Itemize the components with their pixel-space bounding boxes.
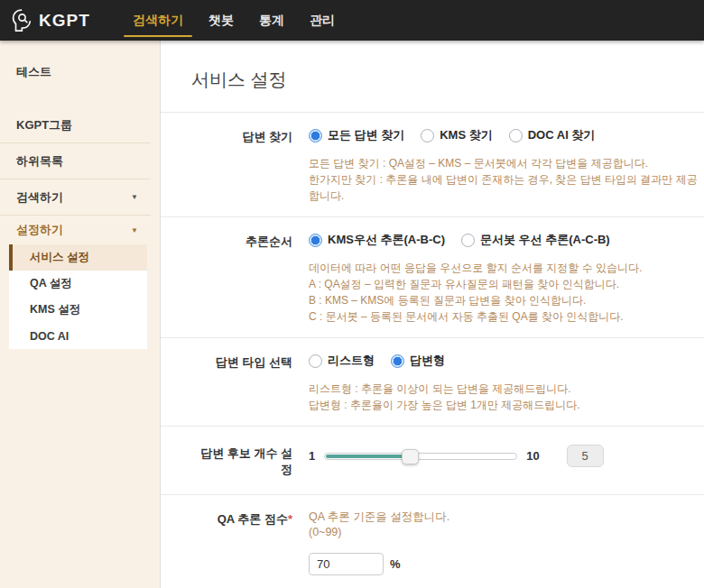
slider-fill bbox=[326, 455, 410, 458]
candidate-count-label: 답변 후보 개수 설정 bbox=[191, 441, 292, 478]
sidebar-item-settings[interactable]: 설정하기 ▼ bbox=[0, 216, 151, 244]
qa-score-description: QA 추론 기준을 설정합니다. (0~99) bbox=[309, 510, 449, 540]
sidebar: 테스트 KGPT그룹 하위목록 검색하기 ▼ 설정하기 ▼ 서비스 설정 QA … bbox=[0, 41, 161, 588]
inference-order-row: 추론순서 KMS우선 추론(A-B-C) 문서봇 우선 추론(A-C-B) 데이… bbox=[161, 216, 704, 337]
topnav-chatbot[interactable]: 챗봇 bbox=[196, 0, 246, 41]
topnav-stats[interactable]: 통계 bbox=[246, 0, 297, 41]
top-app-bar: KGPT 검색하기 챗봇 통계 관리 bbox=[0, 0, 704, 41]
candidate-count-row: 답변 후보 개수 설정 1 10 5 bbox=[161, 426, 704, 494]
radio-label: 답변형 bbox=[410, 353, 445, 369]
radio-unselected-icon bbox=[461, 234, 475, 247]
sidebar-item-sublist[interactable]: 하위목록 bbox=[0, 143, 151, 179]
submenu-item-service-settings[interactable]: 서비스 설정 bbox=[9, 244, 147, 271]
kgpt-logo-text: KGPT bbox=[39, 11, 90, 31]
answer-find-row: 답변 찾기 모든 답변 찾기 KMS 찾기 DOC AI 찾기 bbox=[161, 112, 704, 216]
qa-score-input[interactable] bbox=[309, 553, 384, 575]
main-content: 서비스 설정 답변 찾기 모든 답변 찾기 KMS 찾기 DOC AI 찾 bbox=[161, 41, 704, 588]
answer-find-label: 답변 찾기 bbox=[191, 127, 292, 204]
inference-order-label: 추론순서 bbox=[191, 232, 292, 325]
radio-selected-icon bbox=[309, 129, 322, 142]
radio-label: DOC AI 찾기 bbox=[528, 127, 596, 143]
submenu-item-doc-ai[interactable]: DOC AI bbox=[9, 323, 147, 349]
candidate-count-slider[interactable] bbox=[324, 453, 517, 460]
slider-min-label: 1 bbox=[309, 449, 315, 463]
required-asterisk: * bbox=[288, 512, 292, 526]
radio-label: KMS 찾기 bbox=[440, 127, 493, 143]
topnav-search[interactable]: 검색하기 bbox=[120, 0, 196, 41]
slider-handle[interactable] bbox=[402, 449, 419, 464]
radio-unselected-icon bbox=[421, 129, 434, 142]
sidebar-item-label: 설정하기 bbox=[16, 222, 63, 238]
candidate-count-value: 5 bbox=[567, 445, 604, 467]
qa-score-label: QA 추론 점수* bbox=[191, 510, 292, 575]
chevron-down-icon: ▼ bbox=[131, 193, 142, 201]
radio-unselected-icon bbox=[509, 129, 523, 142]
radio-doc-ai-find[interactable]: DOC AI 찾기 bbox=[509, 127, 596, 143]
radio-label: 리스트형 bbox=[328, 353, 375, 369]
sidebar-item-search[interactable]: 검색하기 ▼ bbox=[0, 179, 151, 216]
qa-score-row: QA 추론 점수* QA 추론 기준을 설정합니다. (0~99) % bbox=[161, 494, 704, 588]
settings-submenu: 서비스 설정 QA 설정 KMS 설정 DOC AI bbox=[9, 244, 147, 349]
page-title: 서비스 설정 bbox=[161, 41, 704, 112]
answer-type-row: 답변 타입 선택 리스트형 답변형 리스트형 : 추론율 이상이 되는 답변을 … bbox=[161, 337, 704, 426]
sidebar-item-test[interactable]: 테스트 bbox=[0, 41, 160, 80]
answer-type-description: 리스트형 : 추론율 이상이 되는 답변을 제공해드립니다. 답변형 : 추론율… bbox=[309, 381, 580, 413]
submenu-item-kms-settings[interactable]: KMS 설정 bbox=[9, 297, 147, 323]
sidebar-item-label: KGPT그룹 bbox=[16, 117, 72, 133]
inference-order-description: 데이터에 따라 어떤 응답을 우선으로 할지 순서를 지정할 수 있습니다. A… bbox=[309, 260, 642, 325]
kgpt-logo[interactable]: KGPT bbox=[0, 9, 120, 32]
sidebar-item-label: 검색하기 bbox=[16, 189, 63, 206]
submenu-item-qa-settings[interactable]: QA 설정 bbox=[9, 271, 147, 297]
radio-answer-type[interactable]: 답변형 bbox=[391, 353, 445, 369]
radio-label: 모든 답변 찾기 bbox=[328, 127, 404, 143]
radio-all-answers[interactable]: 모든 답변 찾기 bbox=[309, 127, 404, 143]
kgpt-logo-icon bbox=[11, 9, 32, 32]
radio-list-type[interactable]: 리스트형 bbox=[309, 353, 375, 369]
radio-unselected-icon bbox=[309, 354, 322, 368]
radio-label: KMS우선 추론(A-B-C) bbox=[328, 232, 445, 248]
top-navigation: 검색하기 챗봇 통계 관리 bbox=[120, 0, 347, 41]
chevron-down-icon: ▼ bbox=[131, 226, 142, 234]
sidebar-item-label: 하위목록 bbox=[16, 153, 63, 170]
radio-selected-icon bbox=[309, 234, 322, 247]
sidebar-item-kgpt-group[interactable]: KGPT그룹 bbox=[0, 107, 151, 143]
answer-type-label: 답변 타입 선택 bbox=[191, 353, 292, 413]
topnav-admin[interactable]: 관리 bbox=[297, 0, 347, 41]
answer-find-description: 모든 답변 찾기 : QA설정 – KMS – 문서봇에서 각각 답변을 제공합… bbox=[309, 155, 704, 204]
slider-max-label: 10 bbox=[526, 449, 539, 463]
percent-unit-label: % bbox=[390, 557, 401, 571]
radio-selected-icon bbox=[391, 354, 404, 368]
radio-kms-find[interactable]: KMS 찾기 bbox=[421, 127, 493, 143]
radio-label: 문서봇 우선 추론(A-C-B) bbox=[480, 232, 610, 248]
radio-docbot-priority[interactable]: 문서봇 우선 추론(A-C-B) bbox=[461, 232, 610, 248]
radio-kms-priority[interactable]: KMS우선 추론(A-B-C) bbox=[309, 232, 445, 248]
